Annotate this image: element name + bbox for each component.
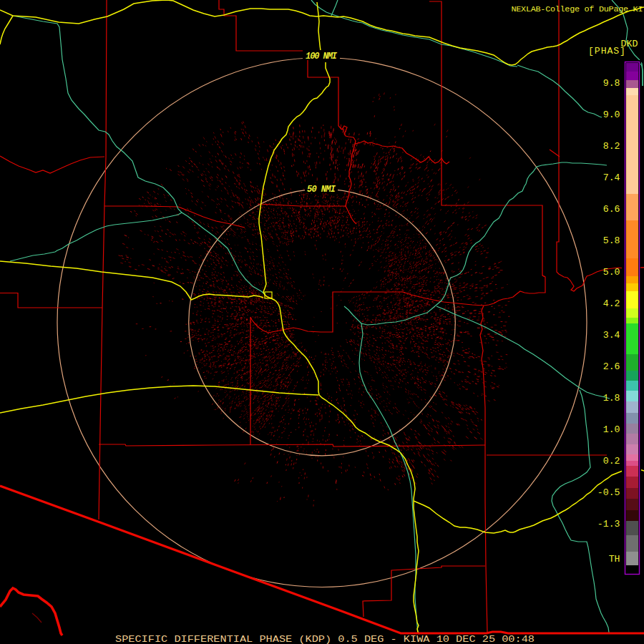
svg-text:5.8: 5.8	[603, 235, 620, 246]
svg-text:-0.5: -0.5	[597, 487, 620, 498]
svg-text:TH: TH	[609, 554, 620, 565]
svg-text:SPECIFIC DIFFERENTIAL PHASE (K: SPECIFIC DIFFERENTIAL PHASE (KDP) 0.5 DE…	[115, 634, 535, 644]
svg-text:100 NMI: 100 NMI	[306, 52, 338, 62]
svg-text:NEXLAB-College of DuPage KI: NEXLAB-College of DuPage KI	[512, 4, 643, 14]
svg-text:5.0: 5.0	[603, 267, 620, 278]
svg-text:1.8: 1.8	[603, 393, 620, 404]
svg-text:9.0: 9.0	[603, 109, 620, 120]
svg-text:4.2: 4.2	[603, 298, 620, 309]
svg-text:2.6: 2.6	[603, 361, 620, 372]
svg-text:1.0: 1.0	[603, 424, 620, 435]
svg-text:9.8: 9.8	[603, 78, 620, 89]
svg-text:-1.3: -1.3	[597, 519, 620, 530]
svg-text:6.6: 6.6	[603, 204, 620, 215]
svg-text:3.4: 3.4	[603, 330, 620, 341]
svg-text:8.2: 8.2	[603, 141, 620, 152]
svg-text:7.4: 7.4	[603, 172, 620, 183]
svg-text:[PHAS]: [PHAS]	[588, 46, 625, 57]
svg-text:0.2: 0.2	[603, 456, 620, 467]
svg-text:50 NMI: 50 NMI	[307, 185, 336, 195]
